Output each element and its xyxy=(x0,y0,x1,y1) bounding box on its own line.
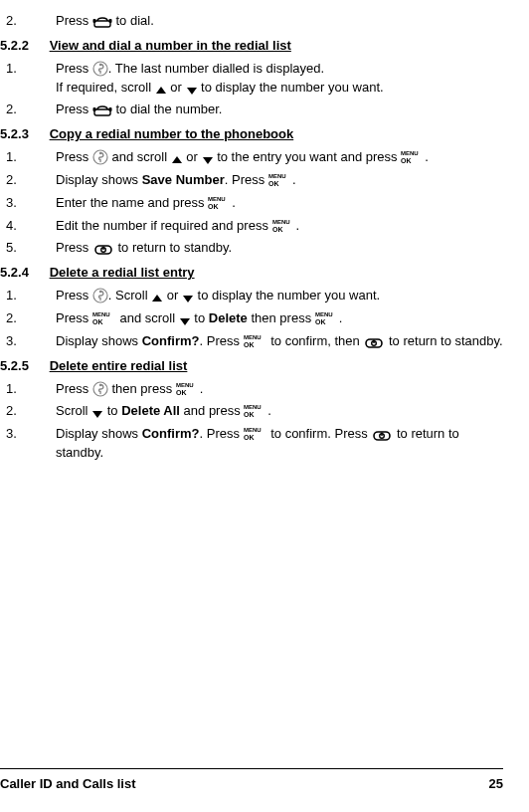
section-number: 5.2.2 xyxy=(0,37,46,56)
step-item: 2.Press MENUOK and scroll to Delete then… xyxy=(0,309,505,328)
step-line: Press to return to standby. xyxy=(56,239,505,258)
step-number: 1. xyxy=(6,287,34,305)
section-title: Delete entire redial list xyxy=(50,358,188,373)
section-title: Delete a redial list entry xyxy=(50,265,195,280)
menuok-icon: MENUOK xyxy=(272,218,296,234)
end-icon xyxy=(363,335,385,349)
step-number: 5. xyxy=(6,239,34,258)
steps-5-2-5: 1.Press then press MENUOK.2.Scroll to De… xyxy=(0,380,505,463)
step-number: 2. xyxy=(6,309,34,328)
svg-text:MENU: MENU xyxy=(244,427,262,433)
svg-text:OK: OK xyxy=(244,341,255,348)
svg-text:OK: OK xyxy=(244,434,255,441)
step-line: Press to dial the number. xyxy=(56,101,505,119)
svg-point-33 xyxy=(99,383,101,385)
step-number: 2. xyxy=(6,12,34,31)
svg-point-22 xyxy=(99,291,101,293)
menuok-icon: MENUOK xyxy=(208,195,232,211)
svg-text:MENU: MENU xyxy=(176,382,194,388)
svg-text:OK: OK xyxy=(272,226,283,233)
step-line: Press and scroll or to the entry you wan… xyxy=(56,148,505,167)
svg-point-9 xyxy=(99,152,101,154)
up-icon xyxy=(151,294,163,304)
steps-5-2-3: 1.Press and scroll or to the entry you w… xyxy=(0,148,505,258)
step-number: 1. xyxy=(6,380,34,399)
phone-icon xyxy=(92,103,112,117)
svg-text:OK: OK xyxy=(401,157,412,164)
step-item: 3.Display shows Confirm?. Press MENUOK t… xyxy=(0,332,505,351)
step-item: 3.Enter the name and press MENUOK. xyxy=(0,194,505,213)
step-line: Display shows Save Number. Press MENUOK. xyxy=(56,171,505,190)
end-icon xyxy=(92,242,114,256)
section-number: 5.2.3 xyxy=(0,125,46,144)
svg-text:OK: OK xyxy=(315,318,326,325)
step-line: Press . Scroll or to display the number … xyxy=(56,287,505,305)
step-line: Press . The last number dialled is displ… xyxy=(56,60,505,79)
end-icon xyxy=(371,428,393,442)
svg-text:MENU: MENU xyxy=(208,196,226,202)
section-5-2-3: 5.2.3 Copy a redial number to the phoneb… xyxy=(0,125,505,144)
step-line: Press to dial. xyxy=(56,12,505,31)
redial-icon xyxy=(92,61,108,77)
phone-icon xyxy=(92,15,112,29)
down-icon xyxy=(91,409,103,419)
section-title: Copy a redial number to the phonebook xyxy=(50,126,294,141)
up-icon xyxy=(171,155,183,165)
step-item: 1.Press . The last number dialled is dis… xyxy=(0,60,505,98)
emphasis-text: Delete xyxy=(209,310,248,325)
up-icon xyxy=(155,86,167,96)
step-item: 3.Display shows Confirm?. Press MENUOK t… xyxy=(0,425,505,463)
svg-rect-2 xyxy=(108,19,111,23)
page-footer: Caller ID and Calls list 25 xyxy=(0,768,503,794)
redial-icon xyxy=(92,288,108,304)
step-number: 1. xyxy=(6,60,34,79)
step-line: If required, scroll or to display the nu… xyxy=(56,79,505,98)
redial-icon xyxy=(92,149,108,165)
step-line: Scroll to Delete All and press MENUOK. xyxy=(56,402,505,421)
menuok-icon: MENUOK xyxy=(176,381,200,397)
step-item: 2.Scroll to Delete All and press MENUOK. xyxy=(0,402,505,421)
menuok-icon: MENUOK xyxy=(401,149,425,165)
svg-text:MENU: MENU xyxy=(244,404,262,410)
svg-text:MENU: MENU xyxy=(272,219,290,225)
step-item: 1.Press then press MENUOK. xyxy=(0,380,505,399)
svg-point-4 xyxy=(99,63,101,65)
steps-5-2-4: 1.Press . Scroll or to display the numbe… xyxy=(0,287,505,351)
section-number: 5.2.5 xyxy=(0,357,46,376)
menuok-icon: MENUOK xyxy=(315,310,339,326)
svg-text:OK: OK xyxy=(92,318,103,325)
down-icon xyxy=(182,294,194,304)
svg-text:MENU: MENU xyxy=(268,173,286,179)
svg-rect-6 xyxy=(92,107,95,111)
step-line: Edit the number if required and press ME… xyxy=(56,217,505,236)
menuok-icon: MENUOK xyxy=(244,426,267,442)
emphasis-text: Save Number xyxy=(142,172,225,187)
step-item: 2.Press to dial. xyxy=(0,12,505,31)
svg-rect-7 xyxy=(108,107,111,111)
menuok-icon: MENUOK xyxy=(244,333,267,349)
svg-text:OK: OK xyxy=(176,389,187,396)
step-line: Enter the name and press MENUOK. xyxy=(56,194,505,213)
step-number: 2. xyxy=(6,101,34,119)
step-line: Press MENUOK and scroll to Delete then p… xyxy=(56,309,505,328)
page-number: 25 xyxy=(489,775,503,794)
section-5-2-5: 5.2.5 Delete entire redial list xyxy=(0,357,505,376)
emphasis-text: Confirm? xyxy=(142,333,200,348)
svg-rect-5 xyxy=(94,109,110,115)
svg-rect-1 xyxy=(92,19,95,23)
down-icon xyxy=(179,316,191,326)
footer-title: Caller ID and Calls list xyxy=(0,776,136,791)
step-number: 3. xyxy=(6,194,34,213)
step-line: Press then press MENUOK. xyxy=(56,380,505,399)
svg-text:OK: OK xyxy=(268,180,279,187)
steps-5-2-1: 2.Press to dial. xyxy=(0,12,505,31)
svg-text:MENU: MENU xyxy=(315,311,333,317)
step-number: 1. xyxy=(6,148,34,167)
redial-icon xyxy=(92,381,108,397)
step-number: 3. xyxy=(6,332,34,351)
menuok-icon: MENUOK xyxy=(268,172,292,188)
step-line: Display shows Confirm?. Press MENUOK to … xyxy=(56,425,505,463)
step-number: 3. xyxy=(6,425,34,444)
section-5-2-2: 5.2.2 View and dial a number in the redi… xyxy=(0,37,505,56)
step-number: 2. xyxy=(6,171,34,190)
